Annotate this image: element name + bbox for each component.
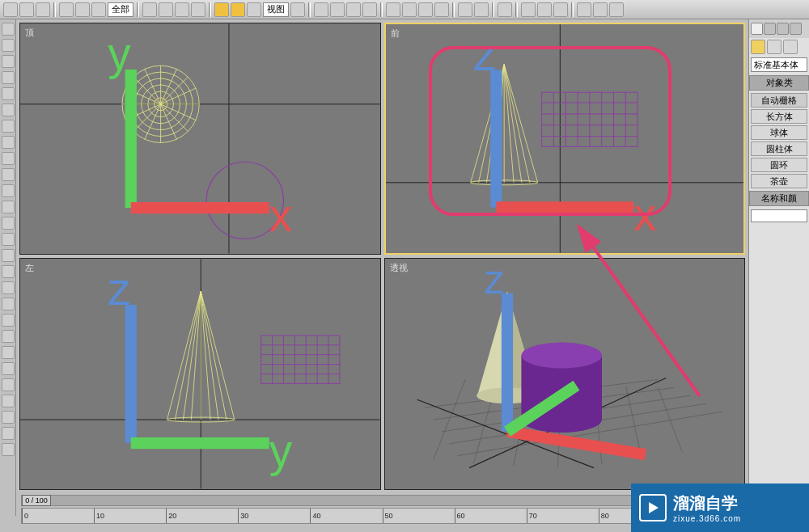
left-tool-26-icon[interactable] [2,427,15,440]
select-lasso-icon[interactable] [175,2,189,17]
material-editor-icon[interactable] [498,2,512,17]
align-icon[interactable] [418,2,433,17]
svg-text:z: z [484,259,504,302]
watermark-title: 溜溜自学 [673,492,741,514]
autogrid-checkbox[interactable]: 自动栅格 [751,93,807,108]
primitive-type-dropdown[interactable]: 标准基本体 [751,57,807,72]
quick-render-icon[interactable] [553,2,568,17]
create-box-button[interactable]: 长方体 [751,109,807,124]
schematic-icon[interactable] [474,2,489,17]
create-category-row [749,38,809,56]
left-tool-14-icon[interactable] [2,233,15,246]
ref-coord-dropdown[interactable]: 视图 [263,2,289,17]
create-cylinder-button[interactable]: 圆柱体 [751,141,807,156]
left-tool-20-icon[interactable] [2,330,15,343]
rotate-gizmo-icon[interactable] [231,2,245,17]
left-tool-8-icon[interactable] [2,136,15,149]
command-panel-tabs [749,19,809,38]
axis-gizmo-icon: z [385,259,745,489]
left-tool-15-icon[interactable] [2,249,15,262]
layers-icon[interactable] [434,2,449,17]
left-tool-4-icon[interactable] [2,71,15,84]
tool-select-icon[interactable] [59,2,74,17]
percent-snap-icon[interactable] [346,2,361,17]
tool-undo-icon[interactable] [3,2,18,17]
move-icon[interactable] [75,2,90,17]
tool-redo-icon[interactable] [19,2,34,17]
left-tool-22-icon[interactable] [2,362,15,375]
named-sel-icon[interactable] [386,2,400,17]
selection-filter-dropdown[interactable]: 全部 [108,2,133,17]
shapes-icon[interactable] [767,40,781,54]
object-name-input[interactable] [751,209,807,222]
tool-a-icon[interactable] [577,2,591,17]
svg-text:x: x [269,189,293,241]
left-tool-19-icon[interactable] [2,314,15,327]
scale-gizmo-icon[interactable] [247,2,261,17]
left-tool-10-icon[interactable] [2,168,15,181]
left-tool-23-icon[interactable] [2,378,15,391]
command-panel: 标准基本体 对象类 自动栅格 长方体 球体 圆柱体 圆环 茶壶 名称和颜 [748,19,809,516]
left-tool-16-icon[interactable] [2,265,15,278]
viewport-left[interactable]: 左 [19,258,381,490]
mirror-icon[interactable] [402,2,417,17]
left-tool-2-icon[interactable] [2,39,15,52]
select-rect-icon[interactable] [142,2,157,17]
svg-line-97 [507,432,646,455]
spinner-snap-icon[interactable] [362,2,377,17]
angle-snap-icon[interactable] [330,2,345,17]
lights-icon[interactable] [783,40,798,54]
select-window-icon[interactable] [159,2,173,17]
move-gizmo-icon[interactable] [214,2,229,17]
left-toolbar [0,19,16,516]
left-tool-5-icon[interactable] [2,87,15,100]
svg-text:z: z [108,263,131,315]
tool-link-icon[interactable] [36,2,50,17]
left-tool-17-icon[interactable] [2,281,15,294]
tab-hierarchy-icon[interactable] [777,23,789,35]
tab-motion-icon[interactable] [790,23,802,35]
viewport-top[interactable]: 顶 [19,23,381,255]
left-tool-3-icon[interactable] [2,55,15,68]
geometry-icon[interactable] [751,40,765,54]
create-sphere-button[interactable]: 球体 [751,125,807,140]
render-setup-icon[interactable] [521,2,536,17]
left-tool-9-icon[interactable] [2,152,15,165]
create-torus-button[interactable]: 圆环 [751,158,807,172]
top-toolbar: 全部 视图 [0,0,809,19]
left-tool-25-icon[interactable] [2,411,15,424]
curve-editor-icon[interactable] [458,2,472,17]
left-tool-27-icon[interactable] [2,443,15,456]
left-tool-7-icon[interactable] [2,120,15,133]
viewport-area: 顶 [16,19,748,493]
select-byname-icon[interactable] [191,2,205,17]
svg-text:z: z [473,29,496,80]
watermark-subtitle: zixue.3d66.com [673,514,741,523]
rotate-icon[interactable] [91,2,106,17]
left-tool-6-icon[interactable] [2,103,15,116]
viewport-perspective[interactable]: 透视 [384,258,746,490]
section-name-color: 名称和颜 [749,191,809,206]
svg-text:y: y [108,27,131,79]
watermark-badge: 溜溜自学 zixue.3d66.com [631,483,809,532]
snap-toggle-icon[interactable] [314,2,328,17]
viewport-front[interactable]: 前 [384,23,746,255]
left-tool-1-icon[interactable] [2,23,15,36]
left-tool-12-icon[interactable] [2,201,15,213]
axis-gizmo-icon: z y [20,259,380,489]
left-tool-21-icon[interactable] [2,346,15,359]
render-frame-icon[interactable] [537,2,552,17]
left-tool-13-icon[interactable] [2,217,15,230]
left-tool-18-icon[interactable] [2,298,15,310]
create-teapot-button[interactable]: 茶壶 [751,174,807,188]
tab-create-icon[interactable] [751,23,763,35]
left-tool-24-icon[interactable] [2,395,15,407]
left-tool-11-icon[interactable] [2,184,15,197]
center-pivot-icon[interactable] [290,2,305,17]
axis-gizmo-icon: z x [386,24,744,253]
tool-c-icon[interactable] [609,2,624,17]
watermark-play-icon [639,494,667,521]
time-slider-thumb[interactable]: 0 / 100 [22,495,51,506]
tab-modify-icon[interactable] [764,23,776,35]
tool-b-icon[interactable] [593,2,608,17]
